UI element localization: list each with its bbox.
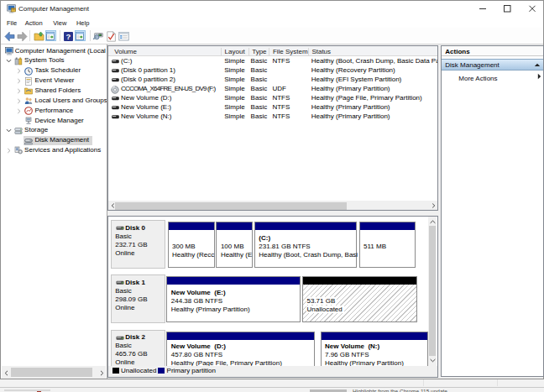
svg-text:?: ? xyxy=(66,32,71,41)
